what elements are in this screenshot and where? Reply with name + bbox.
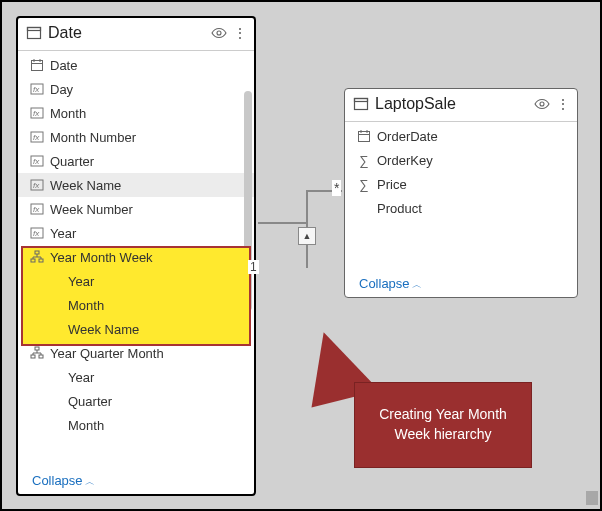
svg-rect-23: [39, 259, 43, 262]
field-list-date: DatefxDayfxMonthfxMonth NumberfxQuarterf…: [18, 51, 254, 467]
field-col[interactable]: Product: [345, 196, 577, 220]
svg-text:fx: fx: [33, 157, 40, 166]
svg-text:fx: fx: [33, 181, 40, 190]
field-col[interactable]: fxMonth: [18, 101, 254, 125]
annotation-callout: Creating Year Month Week hierarchy: [354, 382, 532, 468]
sigma-icon: ∑: [355, 153, 373, 168]
svg-text:fx: fx: [33, 85, 40, 94]
visibility-icon[interactable]: [534, 96, 550, 112]
svg-rect-21: [35, 251, 39, 254]
page-scrollbar[interactable]: [586, 4, 598, 507]
svg-rect-1: [28, 28, 41, 31]
field-level[interactable]: Year: [18, 269, 254, 293]
field-label: Price: [377, 177, 407, 192]
fx-icon: fx: [28, 202, 46, 216]
field-hier[interactable]: Year Month Week: [18, 245, 254, 269]
table-title: Date: [42, 24, 211, 42]
svg-point-29: [540, 102, 544, 106]
field-label: Month: [68, 418, 104, 433]
field-label: OrderKey: [377, 153, 433, 168]
field-label: Quarter: [68, 394, 112, 409]
field-level[interactable]: Week Name: [18, 317, 254, 341]
svg-rect-24: [35, 347, 39, 350]
fx-icon: fx: [28, 106, 46, 120]
field-col[interactable]: ∑Price: [345, 172, 577, 196]
field-level[interactable]: Month: [18, 413, 254, 437]
field-label: Month: [68, 298, 104, 313]
field-label: Product: [377, 201, 422, 216]
field-col[interactable]: fxYear: [18, 221, 254, 245]
field-label: Month: [50, 106, 86, 121]
field-label: Year Quarter Month: [50, 346, 164, 361]
table-header-date: Date ⋮: [18, 18, 254, 51]
filter-direction-icon[interactable]: ▲: [298, 227, 316, 245]
field-label: Year: [50, 226, 76, 241]
field-col[interactable]: OrderDate: [345, 124, 577, 148]
collapse-label: Collapse: [32, 473, 83, 488]
field-label: Month Number: [50, 130, 136, 145]
field-label: Quarter: [50, 154, 94, 169]
field-list-sale: OrderDate∑OrderKey∑PriceProduct: [345, 122, 577, 270]
more-options-icon[interactable]: ⋮: [233, 25, 246, 41]
chevron-up-icon: ︿: [85, 476, 95, 487]
fx-icon: fx: [28, 82, 46, 96]
field-label: Year Month Week: [50, 250, 153, 265]
field-label: Date: [50, 58, 77, 73]
field-col[interactable]: fxDay: [18, 77, 254, 101]
field-label: Week Name: [68, 322, 139, 337]
field-label: OrderDate: [377, 129, 438, 144]
field-label: Year: [68, 370, 94, 385]
collapse-link[interactable]: Collapse︿: [18, 467, 254, 493]
collapse-link[interactable]: Collapse︿: [345, 270, 577, 296]
table-card-laptopsale[interactable]: LaptopSale ⋮ OrderDate∑OrderKey∑PricePro…: [344, 88, 578, 298]
table-header-sale: LaptopSale ⋮: [345, 89, 577, 122]
field-col[interactable]: fxMonth Number: [18, 125, 254, 149]
svg-rect-27: [355, 99, 368, 110]
fx-icon: fx: [28, 226, 46, 240]
svg-rect-30: [359, 132, 370, 142]
hierarchy-icon: [28, 346, 46, 360]
field-col[interactable]: fxWeek Number: [18, 197, 254, 221]
chevron-up-icon: ︿: [412, 279, 422, 290]
svg-point-2: [217, 31, 221, 35]
table-icon: [26, 25, 42, 41]
scrollbar-thumb[interactable]: [586, 491, 598, 505]
fx-icon: fx: [28, 154, 46, 168]
cardinality-many: *: [332, 180, 341, 196]
field-col[interactable]: fxQuarter: [18, 149, 254, 173]
svg-rect-26: [39, 355, 43, 358]
collapse-label: Collapse: [359, 276, 410, 291]
field-label: Week Number: [50, 202, 133, 217]
field-col[interactable]: Date: [18, 53, 254, 77]
fx-icon: fx: [28, 178, 46, 192]
svg-rect-0: [28, 28, 41, 39]
more-options-icon[interactable]: ⋮: [556, 96, 569, 112]
table-title: LaptopSale: [369, 95, 534, 113]
field-label: Day: [50, 82, 73, 97]
field-level[interactable]: Year: [18, 365, 254, 389]
field-label: Week Name: [50, 178, 121, 193]
svg-text:fx: fx: [33, 109, 40, 118]
callout-text: Creating Year Month Week hierarchy: [369, 405, 517, 444]
fx-icon: fx: [28, 130, 46, 144]
field-label: Year: [68, 274, 94, 289]
hierarchy-icon: [28, 250, 46, 264]
svg-text:fx: fx: [33, 229, 40, 238]
table-card-date[interactable]: Date ⋮ DatefxDayfxMonthfxMonth NumberfxQ…: [16, 16, 256, 496]
svg-rect-22: [31, 259, 35, 262]
table-icon: [353, 96, 369, 112]
svg-rect-28: [355, 99, 368, 102]
calendar-icon: [355, 129, 373, 143]
sigma-icon: ∑: [355, 177, 373, 192]
svg-rect-25: [31, 355, 35, 358]
field-col[interactable]: fxWeek Name: [18, 173, 254, 197]
visibility-icon[interactable]: [211, 25, 227, 41]
field-col[interactable]: ∑OrderKey: [345, 148, 577, 172]
field-level[interactable]: Quarter: [18, 389, 254, 413]
svg-text:fx: fx: [33, 205, 40, 214]
field-level[interactable]: Month: [18, 293, 254, 317]
relationship-line[interactable]: [258, 222, 306, 224]
svg-text:fx: fx: [33, 133, 40, 142]
svg-rect-3: [32, 61, 43, 71]
calendar-icon: [28, 58, 46, 72]
